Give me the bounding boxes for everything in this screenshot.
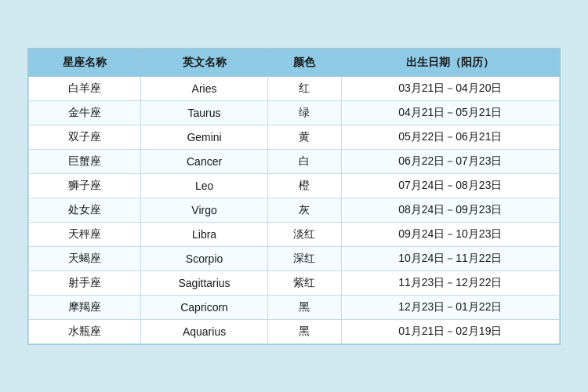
cell-chinese-name: 巨蟹座: [29, 149, 141, 173]
cell-chinese-name: 双子座: [29, 125, 141, 149]
table-row: 处女座Virgo灰08月24日－09月23日: [29, 198, 560, 222]
cell-color: 黑: [267, 319, 341, 343]
table-row: 白羊座Aries红03月21日－04月20日: [29, 76, 560, 100]
header-english-name: 英文名称: [141, 49, 267, 76]
cell-date: 07月24日－08月23日: [341, 173, 559, 198]
cell-date: 12月23日－01月22日: [341, 295, 559, 319]
cell-color: 灰: [267, 198, 341, 222]
cell-english-name: Virgo: [141, 198, 267, 222]
table-row: 金牛座Taurus绿04月21日－05月21日: [29, 100, 560, 125]
cell-chinese-name: 天蝎座: [29, 246, 141, 270]
cell-english-name: Sagittarius: [141, 270, 267, 295]
cell-date: 06月22日－07月23日: [341, 149, 559, 173]
table-body: 白羊座Aries红03月21日－04月20日金牛座Taurus绿04月21日－0…: [29, 76, 560, 343]
cell-english-name: Libra: [141, 222, 267, 246]
cell-color: 橙: [267, 173, 341, 198]
cell-color: 深红: [267, 246, 341, 270]
cell-color: 红: [267, 76, 341, 100]
cell-date: 04月21日－05月21日: [341, 100, 559, 125]
header-color: 颜色: [267, 49, 341, 76]
cell-date: 10月24日－11月22日: [341, 246, 559, 270]
zodiac-table: 星座名称 英文名称 颜色 出生日期（阳历） 白羊座Aries红03月21日－04…: [28, 49, 560, 344]
cell-chinese-name: 狮子座: [29, 173, 141, 198]
table-row: 巨蟹座Cancer白06月22日－07月23日: [29, 149, 560, 173]
cell-color: 白: [267, 149, 341, 173]
table-row: 天蝎座Scorpio深红10月24日－11月22日: [29, 246, 560, 270]
cell-english-name: Cancer: [141, 149, 267, 173]
zodiac-table-container: 星座名称 英文名称 颜色 出生日期（阳历） 白羊座Aries红03月21日－04…: [27, 48, 561, 345]
header-date: 出生日期（阳历）: [341, 49, 559, 76]
table-row: 狮子座Leo橙07月24日－08月23日: [29, 173, 560, 198]
table-row: 双子座Gemini黄05月22日－06月21日: [29, 125, 560, 149]
cell-date: 08月24日－09月23日: [341, 198, 559, 222]
cell-date: 05月22日－06月21日: [341, 125, 559, 149]
cell-date: 01月21日－02月19日: [341, 319, 559, 343]
table-row: 水瓶座Aquarius黑01月21日－02月19日: [29, 319, 560, 343]
cell-chinese-name: 处女座: [29, 198, 141, 222]
cell-date: 11月23日－12月22日: [341, 270, 559, 295]
cell-english-name: Aquarius: [141, 319, 267, 343]
cell-color: 紫红: [267, 270, 341, 295]
cell-english-name: Taurus: [141, 100, 267, 125]
header-chinese-name: 星座名称: [29, 49, 141, 76]
cell-chinese-name: 水瓶座: [29, 319, 141, 343]
cell-chinese-name: 白羊座: [29, 76, 141, 100]
table-row: 射手座Sagittarius紫红11月23日－12月22日: [29, 270, 560, 295]
cell-chinese-name: 摩羯座: [29, 295, 141, 319]
cell-english-name: Leo: [141, 173, 267, 198]
table-row: 摩羯座Capricorn黑12月23日－01月22日: [29, 295, 560, 319]
cell-date: 09月24日－10月23日: [341, 222, 559, 246]
table-row: 天秤座Libra淡红09月24日－10月23日: [29, 222, 560, 246]
table-header-row: 星座名称 英文名称 颜色 出生日期（阳历）: [29, 49, 560, 76]
cell-color: 绿: [267, 100, 341, 125]
cell-date: 03月21日－04月20日: [341, 76, 559, 100]
cell-chinese-name: 射手座: [29, 270, 141, 295]
cell-english-name: Capricorn: [141, 295, 267, 319]
cell-color: 黄: [267, 125, 341, 149]
cell-english-name: Gemini: [141, 125, 267, 149]
cell-color: 淡红: [267, 222, 341, 246]
cell-chinese-name: 天秤座: [29, 222, 141, 246]
cell-english-name: Scorpio: [141, 246, 267, 270]
cell-english-name: Aries: [141, 76, 267, 100]
cell-color: 黑: [267, 295, 341, 319]
cell-chinese-name: 金牛座: [29, 100, 141, 125]
